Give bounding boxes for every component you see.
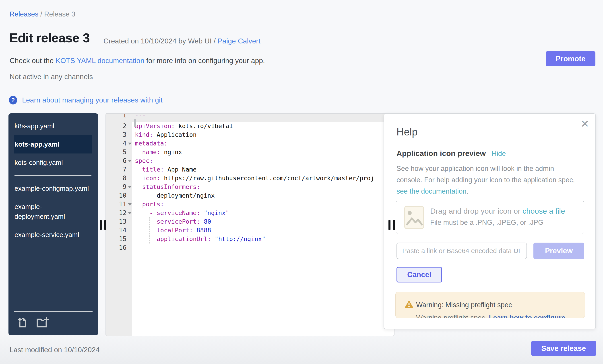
code-text: title: App Name [135,165,197,174]
code-line-10[interactable]: 10 - deployment/nginx [106,191,394,200]
code-line-7[interactable]: 7 title: App Name [106,165,394,174]
hide-link[interactable]: Hide [492,150,506,158]
see-documentation-link[interactable]: see the documentation [396,187,466,195]
line-number: 13 [106,217,127,226]
code-text: kind: Application [135,130,197,139]
line-number: 8 [106,174,127,182]
code-line-16[interactable]: 16 [106,243,394,252]
preview-button[interactable]: Preview [533,243,584,259]
doc-line: Check out the KOTS YAML documentation fo… [10,56,265,65]
line-number: 4 [106,139,127,148]
code-text: localPort: 8888 [135,226,211,235]
line-number: 16 [106,243,127,252]
created-by-link[interactable]: Paige Calvert [218,37,260,45]
code-line-5[interactable]: 5 name: nginx [106,148,394,156]
last-modified-text: Last modified on 10/10/2024 [10,346,100,354]
code-line-6[interactable]: 6spec: [106,156,394,165]
warning-icon [405,300,413,309]
sidebar-file-example-configmap.yaml[interactable]: example-configmap.yaml [14,179,90,198]
sidebar-file-kots-config.yaml[interactable]: kots-config.yaml [14,154,90,172]
sidebar-file-k8s-app.yaml[interactable]: k8s-app.yaml [14,117,90,135]
sidebar-file-example-service.yaml[interactable]: example-service.yaml [14,226,90,244]
icon-preview-description: See how your application icon will look … [396,163,575,197]
code-line-4[interactable]: 4metadata: [106,139,394,148]
line-number: 10 [106,191,127,200]
code-text: --- [135,114,146,120]
sidebar-resize-handle[interactable] [104,220,106,230]
dropzone-line1: Drag and drop your icon or [430,207,522,215]
line-number: 2 [106,122,127,130]
code-text: metadata: [135,139,167,148]
code-text: apiVersion: kots.io/v1beta1 [135,122,233,130]
editor-cursor [134,119,136,127]
save-release-button[interactable]: Save release [531,341,596,356]
fold-arrow-icon[interactable] [128,143,132,145]
dropzone-file-types: File must be a .PNG, .JPEG, or .JPG [430,219,565,227]
file-list: k8s-app.yamlkots-app.yamlkots-config.yam… [9,113,98,244]
code-line-1[interactable]: 1--- [106,114,394,120]
desc-line2: console. For help adding your icon to th… [396,176,575,184]
file-list-divider [14,175,92,176]
fold-arrow-icon[interactable] [128,203,132,206]
line-number: 15 [106,235,127,243]
doc-line-prefix: Check out the [10,56,56,65]
close-icon[interactable]: ✕ [580,118,589,130]
help-resize-handle[interactable] [388,220,391,230]
code-text: spec: [135,156,153,165]
yaml-editor[interactable]: 1--- 2apiVersion: kots.io/v1beta13kind: … [105,113,394,336]
dropzone-text: Drag and drop your icon or choose a file… [430,207,565,227]
breadcrumb-releases-link[interactable]: Releases [10,10,38,18]
code-line-12[interactable]: 12 - serviceName: "nginx" [106,209,394,217]
image-placeholder-icon [404,206,424,230]
line-number: 1 [106,114,127,120]
fold-arrow-icon[interactable] [128,212,132,214]
code-text: - deployment/nginx [135,191,215,200]
git-help-link[interactable]: Learn about managing your releases with … [22,96,162,104]
sidebar-file-kots-app.yaml[interactable]: kots-app.yaml [14,135,92,154]
cancel-button[interactable]: Cancel [396,267,442,282]
help-panel-title: Help [396,126,418,138]
code-line-8[interactable]: 8 icon: https://raw.githubusercontent.co… [106,174,394,182]
line-number: 3 [106,130,127,139]
icon-url-input[interactable] [396,243,527,259]
indent-guide [149,217,150,243]
edit-release-page: Releases / Release 3 Edit release 3 Crea… [0,0,603,364]
code-line-3[interactable]: 3kind: Application [106,130,394,139]
choose-file-link[interactable]: choose a file [522,207,565,215]
learn-how-to-configure-link[interactable]: Learn how to configure [489,314,565,318]
icon-preview-title: Application icon preview [396,149,486,158]
code-text: servicePort: 80 [135,217,211,226]
line-number: 12 [106,209,127,217]
icon-dropzone[interactable]: Drag and drop your icon or choose a file… [396,201,584,234]
desc-period: . [466,187,469,195]
fold-arrow-icon[interactable] [128,186,132,188]
promote-button[interactable]: Promote [546,51,595,66]
code-line-9[interactable]: 9 statusInformers: [106,182,394,191]
line-number: 11 [106,200,127,209]
code-text: ports: [135,200,164,209]
breadcrumb-separator: / [38,10,44,18]
add-folder-icon[interactable] [36,317,49,329]
line-number: 9 [106,182,127,191]
code-text: icon: https://raw.githubusercontent.com/… [135,174,374,182]
code-line-2[interactable]: 2apiVersion: kots.io/v1beta1 [106,122,394,130]
created-meta: Created on 10/10/2024 by Web UI / Paige … [104,37,260,45]
code-text: name: nginx [135,148,182,156]
help-panel: ✕ Help Application icon preview Hide See… [383,113,596,329]
icon-preview-section-header: Application icon preview Hide [396,149,506,158]
sidebar-resize-handle[interactable] [100,220,102,230]
line-number: 14 [106,226,127,235]
code-text: - serviceName: "nginx" [135,209,229,217]
code-line-11[interactable]: 11 ports: [106,200,394,209]
warning-card: Warning: Missing preflight spec Warning … [395,292,585,318]
file-sidebar: k8s-app.yamlkots-app.yamlkots-config.yam… [9,113,98,335]
line-number: 5 [106,148,127,156]
kots-yaml-doc-link[interactable]: KOTS YAML documentation [56,56,144,65]
warning-detail: Warning preflight-spec. Learn how to con… [416,314,565,318]
fold-arrow-icon[interactable] [128,160,132,162]
warning-detail-text: Warning preflight-spec. [416,314,489,318]
sidebar-file-example-deployment.yaml[interactable]: example-deployment.yaml [14,198,90,226]
page-title: Edit release 3 [9,30,90,45]
add-file-icon[interactable] [17,317,28,329]
help-resize-handle[interactable] [393,220,395,230]
